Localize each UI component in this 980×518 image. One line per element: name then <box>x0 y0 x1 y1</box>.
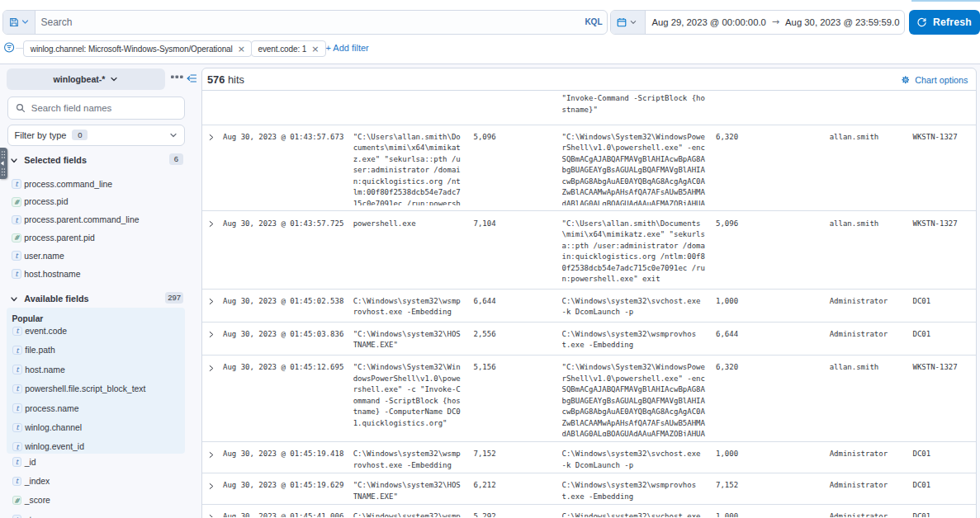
selected-fields-header[interactable]: Selected fields 6 <box>0 155 192 167</box>
available-fields-header[interactable]: Available fields 297 <box>0 294 192 305</box>
text-field-icon: t <box>12 179 21 189</box>
chevron-right-icon <box>208 298 215 305</box>
expand-row-button[interactable] <box>208 473 215 493</box>
expand-row-button[interactable] <box>208 356 215 375</box>
selected-fields-label: Selected fields <box>24 155 87 165</box>
chevron-down-icon <box>110 75 118 83</box>
field-name: _index <box>25 477 50 486</box>
cell-host-hostname: DC01 <box>913 505 976 518</box>
chevron-right-icon <box>208 483 215 490</box>
top-accent-line <box>911 0 980 2</box>
expand-row-button[interactable] <box>208 125 215 145</box>
query-bar[interactable]: Search KQL <box>2 10 608 34</box>
cell-host-hostname: DC01 <box>913 473 977 492</box>
filter-icon[interactable] <box>4 42 15 53</box>
save-icon <box>9 17 19 27</box>
popular-label: Popular <box>12 314 43 323</box>
expand-row-button[interactable] <box>208 442 215 462</box>
table-row: Aug 30, 2023 @ 01:45:02.538C:\Windows\sy… <box>202 290 976 323</box>
table-row: "Invoke-Command -ScriptBlock {hostname}" <box>202 91 976 125</box>
text-field-icon: t <box>12 384 22 394</box>
filter-by-type-count: 0 <box>72 130 88 140</box>
kql-button[interactable]: KQL <box>585 17 602 26</box>
expand-row-button[interactable] <box>208 505 215 518</box>
date-range-end[interactable]: Aug 30, 2023 @ 23:59:59.0 <box>785 17 899 27</box>
refresh-button[interactable]: Refresh <box>909 10 980 35</box>
available-fields-label: Available fields <box>24 294 88 304</box>
cell-process-parent-pid: 6,320 <box>716 125 798 144</box>
chevron-down-icon <box>10 157 18 165</box>
cell-process-pid: 7,104 <box>474 211 556 229</box>
text-field-icon: t <box>12 457 22 467</box>
date-picker[interactable]: Aug 29, 2023 @ 00:00:00.0 → Aug 30, 2023… <box>610 10 905 34</box>
chevron-right-icon <box>208 514 215 518</box>
field-name: winlog.channel <box>25 423 82 432</box>
index-pattern-selector[interactable]: winlogbeat-* <box>7 68 165 90</box>
save-query-button[interactable] <box>3 11 36 33</box>
hits-count: 576 hits <box>207 73 244 86</box>
cell-process-parent-pid: 6,644 <box>716 323 798 341</box>
selected-fields-count: 6 <box>169 153 183 165</box>
cell-process-parent-command-line: C:\Windows\system32\svchost.⁠exe -k Dcom… <box>562 290 707 318</box>
field-name: host.name <box>25 365 65 374</box>
cell-process-parent-pid: 6,320 <box>716 356 798 374</box>
cell-process-pid: 2,556 <box>474 323 556 341</box>
cell-process-parent-command-line: "C:\Users\allan.⁠smith\Documents\mimi\x6… <box>562 211 707 285</box>
chevron-right-icon <box>208 220 215 228</box>
add-filter-button[interactable]: + Add filter <box>326 43 369 53</box>
chevron-right-icon <box>208 365 215 372</box>
text-field-icon: t <box>12 423 22 433</box>
text-field-icon: t <box>12 477 22 487</box>
chevron-down-icon <box>21 18 29 26</box>
number-field-icon: # <box>12 197 21 207</box>
table-row: Aug 30, 2023 @ 01:45:19.629"C:\Windows\s… <box>202 473 976 505</box>
index-pattern-label: winlogbeat-* <box>54 74 106 84</box>
collapse-sidebar-icon[interactable] <box>187 74 196 82</box>
expand-row-button[interactable] <box>208 211 215 231</box>
cell-process-pid: 5,096 <box>474 125 556 144</box>
calendar-icon <box>617 17 627 27</box>
cell-process-command-line: "C:\Windows\system32\HOSTNAME.⁠EXE" <box>353 473 462 502</box>
number-field-icon: # <box>12 496 22 506</box>
cell-process-parent-command-line: C:\Windows\system32\wsmprovhost.⁠exe -Em… <box>562 473 707 502</box>
chart-options-button[interactable]: Chart options <box>902 75 968 85</box>
field-name: user.name <box>24 252 64 261</box>
text-field-icon: t <box>12 346 22 356</box>
field-name: file.path <box>25 346 54 355</box>
filter-pill[interactable]: event.code: 1 × <box>251 40 326 58</box>
filter-by-type-select[interactable]: Filter by type 0 <box>7 125 185 146</box>
cell-time: Aug 30, 2023 @ 01:45:19.629 <box>223 473 353 492</box>
date-range-start[interactable]: Aug 29, 2023 @ 00:00:00.0 <box>652 17 766 27</box>
table-row: Aug 30, 2023 @ 01:43:57.725powershell.⁠e… <box>202 211 976 289</box>
field-name: process.name <box>25 404 78 413</box>
cell-process-command-line: C:\Windows\system32\wsmprovhost.⁠exe -Em… <box>353 505 462 518</box>
hits-number: 576 <box>207 73 225 86</box>
text-field-icon: t <box>12 515 22 518</box>
cell-process-pid: 5,292 <box>474 505 556 518</box>
field-search-placeholder: Search field names <box>31 103 112 113</box>
expand-row-button[interactable] <box>208 323 215 342</box>
filter-pill[interactable]: winlog.channel: Microsoft-Windows-Sysmon… <box>23 40 252 58</box>
cell-time: Aug 30, 2023 @ 01:45:02.538 <box>223 290 353 308</box>
cell-process-pid: 7,152 <box>474 442 556 460</box>
chevron-down-icon <box>169 131 178 139</box>
cell-process-command-line: powershell.⁠exe <box>353 211 462 229</box>
field-search-input[interactable]: Search field names <box>7 97 185 120</box>
filter-pill-label: winlog.channel: Microsoft-Windows-Sysmon… <box>31 45 233 54</box>
search-input[interactable]: Search <box>41 16 585 28</box>
hits-label: hits <box>228 73 244 86</box>
cell-time: Aug 30, 2023 @ 01:45:12.695 <box>223 356 353 374</box>
cell-host-hostname: WKSTN-1327 <box>913 125 977 144</box>
gear-icon <box>902 76 910 84</box>
cell-process-command-line: "C:\Windows\System32\WindowsPowerShell\v… <box>353 356 462 429</box>
field-name: process.command_line <box>24 180 112 189</box>
expand-row-button[interactable] <box>208 290 215 309</box>
cell-host-hostname: DC01 <box>913 442 977 460</box>
chevron-right-icon <box>208 451 215 459</box>
boxes-horizontal-icon[interactable] <box>171 75 183 79</box>
quick-select-button[interactable] <box>611 11 646 33</box>
table-row: Aug 30, 2023 @ 01:45:19.418C:\Windows\sy… <box>202 442 976 473</box>
cell-process-parent-pid: 7,152 <box>716 473 798 492</box>
remove-filter-icon[interactable]: × <box>311 44 319 54</box>
remove-filter-icon[interactable]: × <box>238 44 245 54</box>
